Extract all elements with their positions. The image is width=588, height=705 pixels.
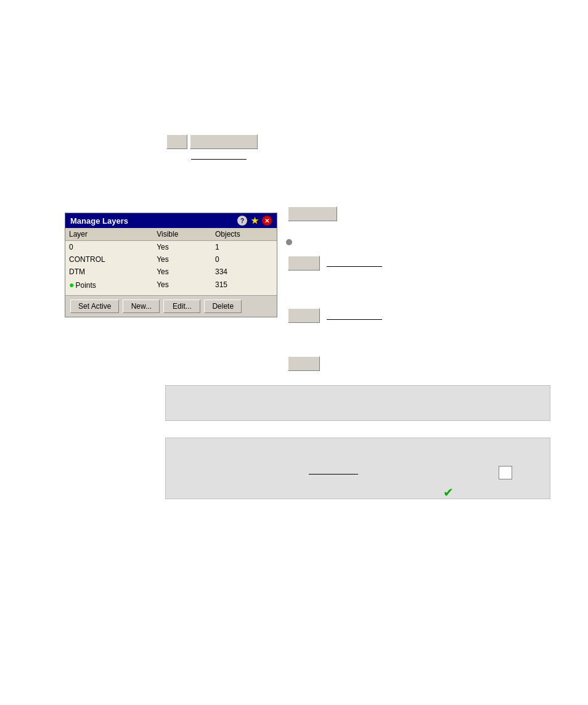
panel2-underline [309, 474, 358, 475]
star-icon[interactable]: ★ [250, 216, 259, 226]
right-button-1[interactable] [288, 206, 337, 221]
dialog-buttons-row: Set Active New... Edit... Delete [65, 296, 277, 317]
right-button-3[interactable] [288, 308, 320, 323]
layer-objects-cell: 315 [211, 278, 277, 291]
layer-objects-cell: 0 [211, 253, 277, 266]
bottom-panel-2: ✔ [165, 438, 550, 499]
col-header-visible: Visible [153, 228, 211, 241]
bottom-panel-1 [165, 385, 550, 421]
right-button-4[interactable] [288, 356, 320, 371]
layers-table: Layer Visible Objects 0Yes1CONTROLYes0DT… [65, 228, 277, 291]
panel2-checkbox[interactable] [499, 466, 512, 479]
help-icon[interactable]: ? [237, 216, 247, 226]
dialog-title-icons: ? ★ ✕ [237, 216, 272, 226]
layer-objects-cell: 334 [211, 266, 277, 278]
layer-visible-cell: Yes [153, 266, 211, 278]
manage-layers-dialog: Manage Layers ? ★ ✕ Layer Visible Object… [65, 213, 277, 317]
set-active-button[interactable]: Set Active [70, 300, 119, 313]
top-buttons-area [166, 134, 258, 149]
right-dot-indicator [286, 239, 292, 245]
close-icon[interactable]: ✕ [262, 216, 272, 226]
right-underline-1 [327, 266, 382, 267]
layer-name-cell: 0 [65, 241, 153, 254]
layer-name-cell: ●Points [65, 278, 153, 291]
table-row[interactable]: DTMYes334 [65, 266, 277, 278]
table-row[interactable]: 0Yes1 [65, 241, 277, 254]
dialog-title: Manage Layers [70, 216, 128, 226]
col-header-layer: Layer [65, 228, 153, 241]
col-header-objects: Objects [211, 228, 277, 241]
layer-visible-cell: Yes [153, 241, 211, 254]
edit-button[interactable]: Edit... [163, 300, 200, 313]
table-row[interactable]: CONTROLYes0 [65, 253, 277, 266]
dialog-list-area: Layer Visible Objects 0Yes1CONTROLYes0DT… [65, 228, 277, 296]
active-layer-dot: ● [69, 280, 74, 290]
top-underline [191, 159, 247, 160]
top-large-button[interactable] [190, 134, 258, 149]
delete-button[interactable]: Delete [204, 300, 242, 313]
layers-table-body: 0Yes1CONTROLYes0DTMYes334●PointsYes315 [65, 241, 277, 292]
layer-visible-cell: Yes [153, 253, 211, 266]
new-button[interactable]: New... [123, 300, 160, 313]
right-button-2[interactable] [288, 256, 320, 271]
table-header-row: Layer Visible Objects [65, 228, 277, 241]
panel2-checkmark: ✔ [443, 485, 454, 500]
layer-name-cell: CONTROL [65, 253, 153, 266]
dialog-titlebar: Manage Layers ? ★ ✕ [65, 213, 277, 228]
layer-visible-cell: Yes [153, 278, 211, 291]
layer-name-cell: DTM [65, 266, 153, 278]
top-small-button[interactable] [166, 134, 187, 149]
right-underline-2 [327, 319, 382, 320]
layer-objects-cell: 1 [211, 241, 277, 254]
table-row[interactable]: ●PointsYes315 [65, 278, 277, 291]
